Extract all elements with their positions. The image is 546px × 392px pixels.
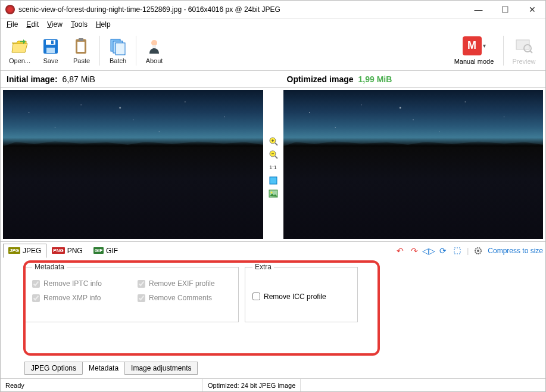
svg-rect-25 xyxy=(454,248,460,254)
open-label: Open... xyxy=(9,57,30,64)
initial-image-label: Initial image: xyxy=(7,74,58,84)
bottom-tabs: JPEG Options Metadata Image adjustments xyxy=(24,362,197,375)
remove-exif-label: Remove EXIF profile xyxy=(149,279,215,288)
gif-tab-label: GIF xyxy=(106,247,118,255)
remove-comments-checkbox: Remove Comments xyxy=(138,294,231,302)
menu-file[interactable]: File xyxy=(3,19,21,30)
toolbar: Open... Save Paste Batch About M ▾ Manua… xyxy=(1,30,545,71)
remove-iptc-label: Remove IPTC info xyxy=(43,279,102,288)
fit-icon[interactable] xyxy=(269,176,278,185)
manual-mode-icon: M xyxy=(463,36,482,55)
tab-metadata[interactable]: Metadata xyxy=(82,362,125,375)
preview-button: Preview xyxy=(506,36,542,65)
status-bar: Ready Optimized: 24 bit JPEG image xyxy=(1,378,545,391)
remove-xmp-input xyxy=(32,294,40,302)
remove-iptc-checkbox: Remove IPTC info xyxy=(32,279,126,288)
remove-exif-checkbox: Remove EXIF profile xyxy=(138,279,231,288)
floppy-icon xyxy=(41,37,60,56)
optimized-image-value: 1,99 MiB xyxy=(358,74,392,84)
svg-line-14 xyxy=(530,51,532,53)
manual-mode-button[interactable]: M ▾ Manual mode xyxy=(447,36,501,65)
remove-icc-label: Remove ICC profile xyxy=(264,293,326,301)
metadata-legend: Metadata xyxy=(32,263,67,271)
separator: | xyxy=(467,247,469,255)
minimize-button[interactable]: — xyxy=(465,1,492,18)
paste-button[interactable]: Paste xyxy=(66,32,97,69)
png-tab-label: PNG xyxy=(67,247,83,255)
svg-point-27 xyxy=(477,250,479,252)
picture-icon[interactable] xyxy=(269,189,278,198)
jpeg-tab-label: JPEG xyxy=(23,247,41,255)
tab-jpeg[interactable]: JPG JPEG xyxy=(3,244,46,258)
tab-png[interactable]: PNG PNG xyxy=(46,244,88,258)
separator xyxy=(503,36,504,66)
maximize-button[interactable]: ☐ xyxy=(492,1,519,18)
extra-legend: Extra xyxy=(252,263,274,271)
save-button[interactable]: Save xyxy=(35,32,66,69)
status-optimized: Optimized: 24 bit JPEG image xyxy=(203,379,301,391)
metadata-fieldset: Metadata Remove IPTC info Remove EXIF pr… xyxy=(24,263,239,322)
gif-badge-icon: GIF xyxy=(93,247,104,254)
undo-icon[interactable]: ↶ xyxy=(395,246,405,256)
menu-view[interactable]: View xyxy=(43,19,66,30)
compress-to-size-link[interactable]: Compress to size xyxy=(488,247,543,255)
crop-icon[interactable] xyxy=(453,246,462,256)
flip-h-icon[interactable]: ◁▷ xyxy=(424,246,433,256)
batch-label: Batch xyxy=(110,57,126,64)
svg-line-20 xyxy=(275,156,277,158)
svg-rect-5 xyxy=(77,42,85,52)
menu-edit[interactable]: Edit xyxy=(23,19,42,30)
svg-rect-3 xyxy=(51,41,54,44)
magnifier-icon xyxy=(514,36,533,55)
clipboard-icon xyxy=(72,37,91,56)
options-panel: Metadata Remove IPTC info Remove EXIF pr… xyxy=(1,259,545,378)
gear-icon[interactable] xyxy=(473,246,483,256)
redo-icon[interactable]: ↷ xyxy=(410,246,419,256)
menu-help[interactable]: Help xyxy=(92,19,114,30)
zoom-in-icon[interactable] xyxy=(269,136,278,146)
image-compare-row: 1:1 xyxy=(1,88,545,241)
info-row: Initial image: 6,87 MiB Optimized image … xyxy=(1,71,545,88)
tab-jpeg-options[interactable]: JPEG Options xyxy=(24,362,83,375)
svg-rect-22 xyxy=(270,177,277,184)
optimized-image-label: Optimized image xyxy=(287,74,354,84)
manual-mode-label: Manual mode xyxy=(454,58,494,65)
extra-fieldset: Extra Remove ICC profile xyxy=(245,263,358,322)
svg-line-16 xyxy=(275,143,277,145)
menu-tools[interactable]: Tools xyxy=(67,19,91,30)
preview-label: Preview xyxy=(512,58,535,65)
remove-icc-checkbox[interactable]: Remove ICC profile xyxy=(252,293,326,301)
remove-exif-input xyxy=(138,280,145,288)
remove-comments-input xyxy=(138,294,145,302)
separator xyxy=(136,36,136,66)
svg-rect-11 xyxy=(152,45,156,48)
initial-image-pane[interactable] xyxy=(1,88,266,241)
tab-gif[interactable]: GIF GIF xyxy=(88,244,123,258)
remove-comments-label: Remove Comments xyxy=(149,294,212,302)
title-bar: scenic-view-of-forest-during-night-time-… xyxy=(1,1,545,18)
svg-point-24 xyxy=(270,192,272,194)
remove-iptc-input xyxy=(32,280,40,288)
about-label: About xyxy=(146,57,163,64)
close-button[interactable]: ✕ xyxy=(519,1,545,18)
about-button[interactable]: About xyxy=(139,32,170,69)
rotate-icon[interactable]: ⟳ xyxy=(438,246,448,256)
remove-icc-input[interactable] xyxy=(252,293,260,300)
person-icon xyxy=(145,37,164,56)
optimized-image-pane[interactable] xyxy=(281,88,546,241)
open-button[interactable]: Open... xyxy=(4,32,35,69)
batch-button[interactable]: Batch xyxy=(102,32,133,69)
svg-point-10 xyxy=(151,40,157,46)
paste-label: Paste xyxy=(73,57,90,64)
menu-bar: File Edit View Tools Help xyxy=(1,18,545,30)
initial-image-value: 6,87 MiB xyxy=(63,74,95,84)
jpeg-badge-icon: JPG xyxy=(8,247,20,254)
one-to-one-button[interactable]: 1:1 xyxy=(269,163,278,172)
svg-rect-6 xyxy=(79,38,83,41)
zoom-out-icon[interactable] xyxy=(269,150,278,159)
dropdown-icon: ▾ xyxy=(483,42,486,49)
remove-xmp-checkbox: Remove XMP info xyxy=(32,294,126,302)
svg-rect-1 xyxy=(46,40,55,45)
tab-image-adjustments[interactable]: Image adjustments xyxy=(124,362,198,375)
png-badge-icon: PNG xyxy=(52,247,64,254)
